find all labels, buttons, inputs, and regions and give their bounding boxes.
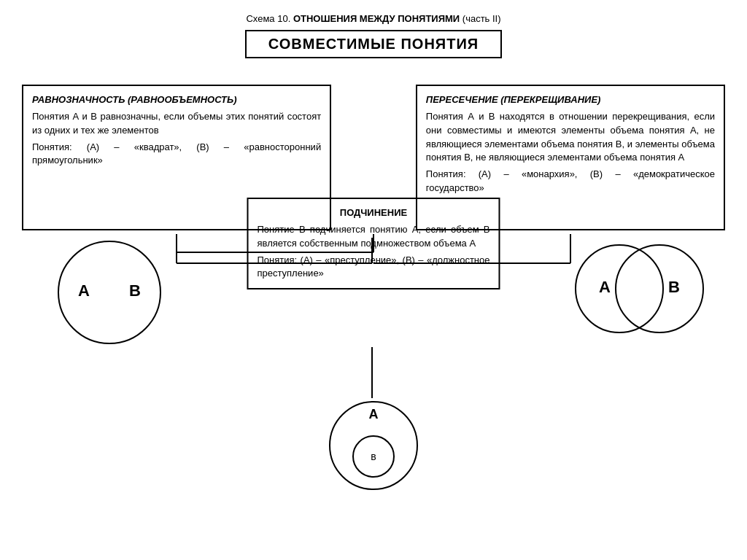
center-box-example: Понятия: (А) – «преступление», (В) – «до… xyxy=(257,254,489,281)
svg-text:А: А xyxy=(369,407,379,421)
svg-point-3 xyxy=(576,245,663,332)
page: Схема 10. ОТНОШЕНИЯ МЕЖДУ ПОНЯТИЯМИ (час… xyxy=(0,0,747,560)
left-diagram-container: А В xyxy=(44,234,175,351)
right-diagram: А В xyxy=(565,230,711,347)
right-box-title: ПЕРЕСЕЧЕНИЕ (ПЕРЕКРЕЩИВАНИЕ) xyxy=(426,93,715,107)
left-box-example: Понятия: (А) – «квадрат», (В) – «равност… xyxy=(32,141,321,168)
center-box-body: Понятие В подчиняется понятию А, если об… xyxy=(257,223,489,251)
center-box-title: ПОДЧИНЕНИЕ xyxy=(257,206,489,220)
left-diagram: А В xyxy=(44,234,175,351)
right-box-example: Понятия: (А) – «монархия», (В) – «демокр… xyxy=(426,168,715,195)
main-title: СОВМЕСТИМЫЕ ПОНЯТИЯ xyxy=(268,36,479,52)
svg-text:В: В xyxy=(668,278,680,296)
title-row: СОВМЕСТИМЫЕ ПОНЯТИЯ xyxy=(22,30,725,71)
right-diagram-container: А В xyxy=(565,230,711,347)
bottom-diagram: А в xyxy=(315,398,432,500)
svg-text:А: А xyxy=(599,278,611,296)
schema-bold: ОТНОШЕНИЯ МЕЖДУ ПОНЯТИЯМИ xyxy=(293,13,460,24)
schema-title: Схема 10. ОТНОШЕНИЯ МЕЖДУ ПОНЯТИЯМИ (час… xyxy=(22,13,725,24)
left-box-title: РАВНОЗНАЧНОСТЬ (РАВНООБЪЕМНОСТЬ) xyxy=(32,93,321,107)
bottom-diagram-container: А в xyxy=(315,398,432,500)
schema-label: Схема 10. xyxy=(246,13,293,24)
content-container: РАВНОЗНАЧНОСТЬ (РАВНООБЪЕМНОСТЬ) Понятия… xyxy=(22,85,725,508)
right-box-body: Понятия А и В находятся в отношении пере… xyxy=(426,110,715,165)
schema-subtitle: (часть II) xyxy=(460,13,500,24)
svg-text:В: В xyxy=(129,281,141,300)
main-title-box: СОВМЕСТИМЫЕ ПОНЯТИЯ xyxy=(245,30,502,58)
svg-text:А: А xyxy=(78,281,90,300)
svg-point-4 xyxy=(616,245,703,332)
svg-text:в: в xyxy=(371,451,376,462)
left-box-body: Понятия А и В равнозначны, если объемы э… xyxy=(32,110,321,138)
svg-point-0 xyxy=(58,241,160,343)
center-box: ПОДЧИНЕНИЕ Понятие В подчиняется понятию… xyxy=(247,198,500,289)
